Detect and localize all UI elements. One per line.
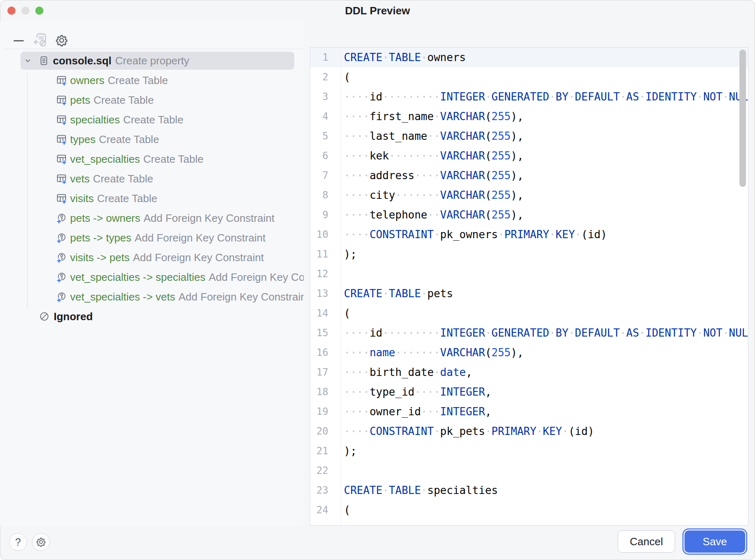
gear-icon — [36, 537, 46, 547]
line-number: 16 — [310, 347, 341, 358]
tree-item-pets-owners[interactable]: pets -> ownersAdd Foreign Key Constraint — [0, 208, 304, 228]
tree-item-specialties[interactable]: specialtiesCreate Table — [0, 110, 304, 130]
dialog-footer: ? Cancel Save — [0, 526, 755, 560]
tree-item-name: vet_specialties -> vets — [70, 291, 175, 303]
tree-item-name: types — [70, 133, 96, 146]
code-line: 1CREATE·TABLE·owners — [310, 48, 748, 67]
tree-item-vet-specialties-vets[interactable]: vet_specialties -> vetsAdd Foreign Key C… — [0, 287, 304, 307]
tree-item-console-sql[interactable]: console.sql Create property — [0, 51, 304, 71]
tree-item-vet-specialties-specialties[interactable]: vet_specialties -> specialtiesAdd Foreig… — [0, 267, 304, 287]
code-line-text: ····CONSTRAINT·pk_pets·PRIMARY·KEY·(id) — [341, 425, 594, 437]
tree-item-action: Add Foreign Key Constraint — [133, 251, 264, 264]
table-add-icon — [56, 95, 67, 105]
code-line: 16····name·······VARCHAR(255), — [310, 343, 748, 362]
code-line: 21); — [310, 441, 748, 461]
ddl-code-editor[interactable]: 1CREATE·TABLE·owners2(3····id·········IN… — [310, 47, 748, 526]
collapse-all-icon[interactable] — [14, 40, 24, 41]
line-number: 10 — [310, 229, 341, 240]
code-line-list: 1CREATE·TABLE·owners2(3····id·········IN… — [310, 48, 748, 520]
tree-item-visits[interactable]: visitsCreate Table — [0, 189, 304, 208]
save-button[interactable]: Save — [685, 530, 745, 553]
code-line: 18····type_id····INTEGER, — [310, 382, 748, 402]
foreign-key-add-icon — [56, 213, 67, 223]
table-add-icon — [56, 134, 67, 145]
editor-scrollbar-thumb[interactable] — [739, 50, 746, 187]
tree-item-name: pets -> types — [70, 232, 132, 244]
settings-button[interactable] — [32, 533, 50, 551]
code-line-text: CREATE·TABLE·specialties — [341, 484, 498, 496]
tree-item-action: Create Table — [93, 94, 154, 107]
code-line-text: ····id·········INTEGER·GENERATED·BY·DEFA… — [341, 91, 748, 103]
code-line-text: ····name·······VARCHAR(255), — [341, 346, 523, 359]
chevron-down-icon[interactable] — [23, 55, 33, 66]
code-line: 7····address····VARCHAR(255), — [310, 166, 748, 185]
line-number: 6 — [310, 150, 341, 162]
table-add-icon — [56, 193, 67, 204]
tree-item-name: vet_specialties -> specialties — [70, 271, 205, 284]
tree-item-name: owners — [70, 74, 105, 87]
ddl-preview-dialog: DDL Preview — [0, 0, 755, 560]
code-line-text: ( — [341, 307, 350, 319]
code-line: 2( — [310, 67, 748, 87]
foreign-key-add-icon — [56, 291, 67, 302]
tree-item-visits-pets[interactable]: visits -> petsAdd Foreign Key Constraint — [0, 248, 304, 267]
tree-toolbar — [0, 21, 304, 49]
code-line-text: CREATE·TABLE·pets — [341, 287, 453, 300]
ddl-tree-panel: console.sql Create property ownersCreate… — [0, 21, 304, 526]
code-line: 13CREATE·TABLE·pets — [310, 284, 748, 303]
code-line: 17····birth_date·date, — [310, 362, 748, 382]
code-line-text: ( — [341, 504, 350, 516]
tree-item-action: Create Table — [108, 74, 168, 87]
tree-item-name: vet_specialties — [70, 153, 140, 166]
line-number: 1 — [310, 52, 341, 63]
code-line-text: ); — [341, 445, 357, 457]
line-number: 5 — [310, 130, 341, 142]
code-line: 11); — [310, 244, 748, 264]
tree-item-pets-types[interactable]: pets -> typesAdd Foreign Key Constraint — [0, 228, 304, 248]
tree-item-name: pets — [70, 94, 90, 107]
tree-item-action: Add Foreign Key Constraint — [135, 232, 266, 244]
tree-item-types[interactable]: typesCreate Table — [0, 130, 304, 149]
code-line-text: ····CONSTRAINT·pk_owners·PRIMARY·KEY·(id… — [341, 228, 607, 241]
line-number: 17 — [310, 367, 341, 378]
code-line: 12 — [310, 264, 748, 284]
rollback-changes-icon[interactable] — [33, 32, 48, 49]
root-item-detail: Create property — [115, 55, 189, 67]
table-add-icon — [56, 173, 67, 184]
code-line-text: ( — [341, 71, 350, 83]
code-line-text: ····birth_date·date, — [341, 366, 472, 378]
tree-item-vets[interactable]: vetsCreate Table — [0, 169, 304, 189]
code-line-text: CREATE·TABLE·owners — [341, 51, 466, 64]
line-number: 12 — [310, 268, 341, 280]
code-line-text: ····telephone··VARCHAR(255), — [341, 209, 523, 221]
line-number: 14 — [310, 307, 341, 319]
code-line: 6····kek········VARCHAR(255), — [310, 146, 748, 166]
tree-item-name: visits — [70, 192, 94, 205]
tree-item-action: Create Table — [123, 114, 183, 126]
tree-settings-gear-icon[interactable] — [55, 34, 68, 49]
tree-item-ignored[interactable]: Ignored — [0, 307, 304, 326]
foreign-key-add-icon — [56, 272, 67, 282]
line-number: 4 — [310, 111, 341, 122]
code-line: 22 — [310, 461, 748, 480]
code-line-text: ····type_id····INTEGER, — [341, 386, 491, 398]
code-line: 19····owner_id···INTEGER, — [310, 402, 748, 421]
tree-item-pets[interactable]: petsCreate Table — [0, 90, 304, 110]
help-button[interactable]: ? — [9, 533, 27, 551]
line-number: 15 — [310, 327, 341, 339]
code-line: 20····CONSTRAINT·pk_pets·PRIMARY·KEY·(id… — [310, 421, 748, 441]
table-add-icon — [56, 114, 67, 125]
line-number: 9 — [310, 209, 341, 221]
tree-item-action: Add Foreign Key Constraint — [143, 212, 274, 225]
code-line: 24( — [310, 500, 748, 520]
dialog-title: DDL Preview — [0, 5, 755, 17]
ddl-operations-tree: console.sql Create property ownersCreate… — [0, 51, 304, 526]
tree-item-name: visits -> pets — [70, 251, 130, 264]
code-line-text: ); — [341, 248, 357, 260]
line-number: 21 — [310, 445, 341, 457]
tree-item-owners[interactable]: ownersCreate Table — [0, 71, 304, 90]
toolbar-separator — [4, 49, 304, 49]
cancel-button[interactable]: Cancel — [618, 530, 675, 553]
tree-item-action: Add Foreign Key Constraint — [209, 271, 304, 284]
tree-item-vet-specialties[interactable]: vet_specialtiesCreate Table — [0, 149, 304, 169]
